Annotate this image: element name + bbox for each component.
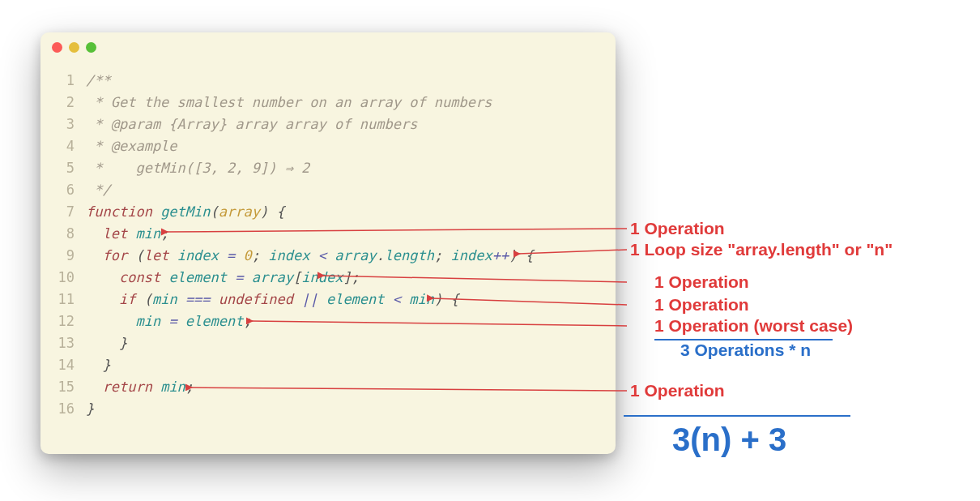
token: } bbox=[86, 357, 111, 373]
token: ) { bbox=[509, 247, 534, 263]
line-number: 3 bbox=[50, 113, 75, 135]
line-number: 13 bbox=[50, 332, 75, 354]
code-line: 3 * @param {Array} array array of number… bbox=[50, 113, 616, 135]
line-number: 16 bbox=[50, 398, 75, 420]
token: [ bbox=[293, 269, 301, 285]
token: if bbox=[119, 291, 144, 307]
token: array bbox=[219, 203, 260, 220]
token bbox=[86, 379, 102, 395]
line-number: 10 bbox=[50, 267, 75, 289]
token: min bbox=[135, 313, 160, 329]
token bbox=[86, 247, 102, 263]
token: . bbox=[376, 247, 384, 263]
token: ) { bbox=[434, 291, 459, 307]
code-window: 1/**2 * Get the smallest number on an ar… bbox=[40, 32, 616, 454]
token: < bbox=[309, 247, 334, 263]
token: undefined bbox=[219, 291, 293, 307]
token: const bbox=[119, 269, 168, 285]
line-number: 4 bbox=[50, 135, 75, 157]
token: /** bbox=[86, 72, 111, 88]
code-line: 10 const element = array[index]; bbox=[50, 267, 616, 289]
line-number: 14 bbox=[50, 354, 75, 376]
code-line: 9 for (let index = 0; index < array.leng… bbox=[50, 245, 616, 267]
annotation-total: 3(n) + 3 bbox=[672, 422, 786, 458]
token: getMin bbox=[160, 203, 210, 220]
line-number: 7 bbox=[50, 201, 75, 223]
line-number: 1 bbox=[50, 70, 75, 92]
token: ( bbox=[135, 247, 143, 263]
token: < bbox=[385, 291, 410, 307]
annotation-op-3: 1 Operation bbox=[654, 295, 749, 315]
annotation-op-worst: 1 Operation (worst case) bbox=[654, 316, 853, 336]
token: index bbox=[177, 247, 219, 263]
token: let bbox=[102, 225, 135, 242]
token: ; bbox=[252, 247, 268, 263]
token: array bbox=[252, 269, 293, 285]
token: array bbox=[334, 247, 376, 263]
code-line: 7function getMin(array) { bbox=[50, 201, 616, 223]
token: ]; bbox=[343, 269, 359, 285]
token: * @example bbox=[86, 138, 177, 154]
token: index bbox=[268, 247, 309, 263]
token: * Get the smallest number on an array of… bbox=[86, 94, 492, 110]
window-titlebar bbox=[40, 32, 616, 62]
token bbox=[86, 269, 119, 285]
code-line: 8 let min; bbox=[50, 223, 616, 245]
token: element bbox=[326, 291, 385, 307]
annotation-op-1: 1 Operation bbox=[630, 219, 725, 238]
token: return bbox=[102, 379, 160, 395]
annotation-op-2: 1 Operation bbox=[654, 272, 749, 292]
token: min bbox=[409, 291, 434, 307]
token: min bbox=[152, 291, 177, 307]
line-number: 15 bbox=[50, 376, 75, 398]
token: = bbox=[219, 247, 244, 263]
token: */ bbox=[86, 182, 111, 198]
code-line: 1/** bbox=[50, 70, 616, 92]
token: index bbox=[451, 247, 492, 263]
divider-2 bbox=[624, 415, 850, 417]
line-number: 12 bbox=[50, 310, 75, 332]
code-line: 2 * Get the smallest number on an array … bbox=[50, 92, 616, 113]
token: } bbox=[86, 400, 94, 417]
code-line: 6 */ bbox=[50, 179, 616, 201]
token: ; bbox=[244, 313, 252, 329]
code-line: 13 } bbox=[50, 332, 616, 354]
token: ; bbox=[160, 225, 168, 242]
line-number: 2 bbox=[50, 92, 75, 113]
token bbox=[86, 313, 135, 329]
annotation-loop: 1 Loop size "array.length" or "n" bbox=[630, 240, 893, 259]
line-number: 9 bbox=[50, 245, 75, 267]
minimize-icon[interactable] bbox=[69, 42, 79, 53]
token: ( bbox=[211, 203, 219, 220]
token: index bbox=[301, 269, 343, 285]
token: element bbox=[168, 269, 227, 285]
token: || bbox=[293, 291, 326, 307]
line-number: 6 bbox=[50, 179, 75, 201]
token: let bbox=[144, 247, 177, 263]
token: ) { bbox=[260, 203, 285, 220]
maximize-icon[interactable] bbox=[86, 42, 96, 53]
code-line: 15 return min; bbox=[50, 376, 616, 398]
token bbox=[86, 291, 119, 307]
code-line: 11 if (min === undefined || element < mi… bbox=[50, 289, 616, 310]
annotation-sum-loop: 3 Operations * n bbox=[680, 340, 811, 360]
token: for bbox=[102, 247, 135, 263]
token: ; bbox=[434, 247, 450, 263]
code-line: 5 * getMin([3, 2, 9]) ⇒ 2 bbox=[50, 157, 616, 179]
token: length bbox=[385, 247, 434, 263]
line-number: 5 bbox=[50, 157, 75, 179]
code-line: 12 min = element; bbox=[50, 310, 616, 332]
token: function bbox=[86, 203, 160, 220]
token: min bbox=[160, 379, 185, 395]
token: * @param {Array} array array of numbers bbox=[86, 116, 417, 132]
code-block: 1/**2 * Get the smallest number on an ar… bbox=[40, 62, 616, 420]
token: 0 bbox=[244, 247, 252, 263]
token: ( bbox=[144, 291, 152, 307]
token: = bbox=[160, 313, 185, 329]
token bbox=[86, 225, 102, 242]
token: === bbox=[177, 291, 219, 307]
close-icon[interactable] bbox=[52, 42, 62, 53]
annotation-op-4: 1 Operation bbox=[630, 381, 725, 400]
line-number: 8 bbox=[50, 223, 75, 245]
code-line: 16} bbox=[50, 398, 616, 420]
